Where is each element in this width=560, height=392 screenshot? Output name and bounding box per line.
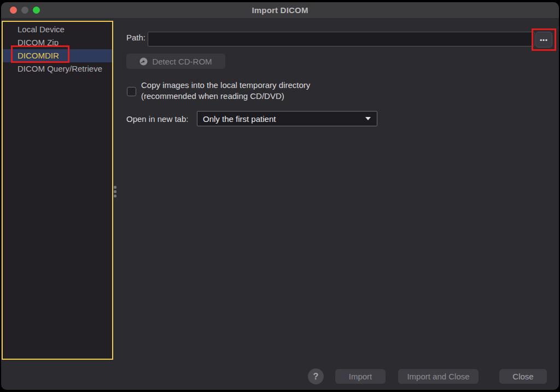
copy-images-label-line2: (recommended when reading CD/DVD) xyxy=(141,91,310,102)
detect-cdrom-label: Detect CD-ROM xyxy=(152,57,212,66)
cd-rom-icon xyxy=(139,57,148,66)
close-window-button[interactable] xyxy=(10,7,17,14)
copy-images-label-line1: Copy images into the local temporary dir… xyxy=(141,80,310,91)
splitter-dot xyxy=(114,190,116,193)
splitter-dot xyxy=(114,195,116,197)
import-source-list: Local Device DICOM Zip DICOMDIR DICOM Qu… xyxy=(2,21,113,360)
import-dicom-window: Import DICOM Local Device DICOM Zip DICO… xyxy=(1,2,559,390)
help-button[interactable]: ? xyxy=(308,368,324,384)
sidebar-item-dicomdir[interactable]: DICOMDIR xyxy=(3,49,112,62)
window-title: Import DICOM xyxy=(252,5,308,15)
zoom-window-button[interactable] xyxy=(33,7,40,14)
path-input[interactable] xyxy=(148,32,534,46)
splitter-handle[interactable] xyxy=(114,186,116,197)
dropdown-selected-value: Only the first patient xyxy=(203,114,365,124)
splitter-dot xyxy=(114,186,116,189)
minimize-window-button[interactable] xyxy=(21,7,28,14)
sidebar-item-dicom-query-retrieve[interactable]: DICOM Query/Retrieve xyxy=(3,62,112,75)
browse-button[interactable]: ••• xyxy=(535,32,552,48)
sidebar-item-dicom-zip[interactable]: DICOM Zip xyxy=(3,36,112,49)
import-button[interactable]: Import xyxy=(335,369,386,384)
copy-images-checkbox[interactable] xyxy=(127,87,136,96)
chevron-down-icon xyxy=(365,117,371,120)
sidebar-item-local-device[interactable]: Local Device xyxy=(3,23,112,36)
close-button[interactable]: Close xyxy=(499,369,547,384)
open-in-new-tab-label: Open in new tab: xyxy=(126,114,188,124)
open-in-new-tab-select[interactable]: Only the first patient xyxy=(197,111,377,126)
import-and-close-button[interactable]: Import and Close xyxy=(398,369,479,384)
title-bar[interactable]: Import DICOM xyxy=(1,2,559,19)
path-label: Path: xyxy=(126,33,145,42)
traffic-lights xyxy=(10,2,40,18)
detect-cdrom-button[interactable]: Detect CD-ROM xyxy=(126,54,225,69)
copy-images-label[interactable]: Copy images into the local temporary dir… xyxy=(141,80,310,101)
